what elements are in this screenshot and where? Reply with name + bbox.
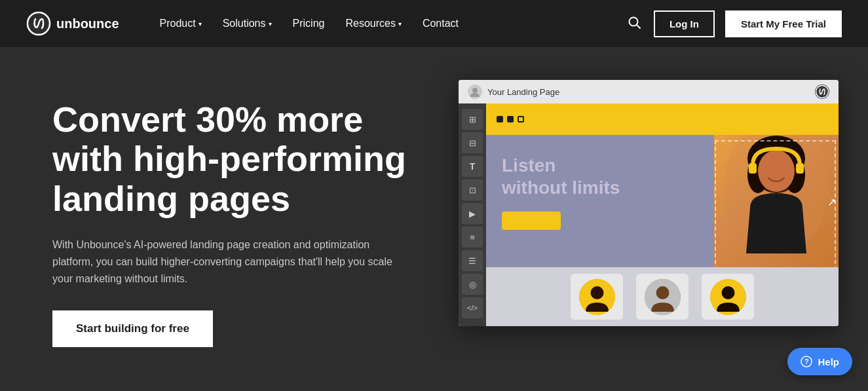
editor-topbar: Your Landing Page: [459, 80, 839, 103]
editor-avatar: [468, 84, 482, 99]
sidebar-tool-section[interactable]: ≡: [462, 227, 483, 248]
editor-preview: Your Landing Page ⊞ ⊟ T ⊡ ▶ ≡: [459, 80, 839, 326]
sidebar-tool-media[interactable]: ◎: [462, 274, 483, 295]
nav-item-pricing[interactable]: Pricing: [284, 12, 334, 35]
free-trial-button[interactable]: Start My Free Trial: [725, 10, 842, 37]
resize-handle-icon: ↗: [827, 196, 836, 208]
thumb-circle-1: [579, 279, 615, 315]
sidebar-tool-text[interactable]: T: [462, 156, 483, 177]
dot-3: [518, 116, 524, 122]
canvas-header-bar: [486, 103, 839, 135]
svg-point-18: [656, 286, 669, 299]
svg-point-4: [472, 88, 478, 93]
header-dots: [497, 116, 524, 122]
hero-section: Convert 30% more with high-performing la…: [0, 47, 868, 391]
nav-item-product[interactable]: Product ▾: [151, 12, 211, 35]
thumbnail-1: [571, 274, 623, 320]
chevron-down-icon: ▾: [269, 20, 272, 28]
start-building-button[interactable]: Start building for free: [52, 310, 213, 347]
thumb-1-person: [579, 279, 615, 315]
editor-sidebar: ⊞ ⊟ T ⊡ ▶ ≡ ☰ ◎ </>: [459, 103, 486, 326]
hero-image: [714, 135, 839, 267]
help-button[interactable]: ? Help: [787, 348, 852, 375]
nav-item-contact[interactable]: Contact: [413, 12, 468, 35]
brand-name: unbounce: [56, 16, 119, 31]
help-icon: ?: [801, 356, 812, 367]
thumbnail-2: [636, 274, 689, 320]
nav-actions: Log In Start My Free Trial: [625, 10, 842, 37]
svg-point-16: [590, 286, 603, 299]
svg-point-20: [721, 286, 734, 299]
svg-point-12: [758, 150, 795, 192]
woman-silhouette-svg: [717, 135, 835, 267]
editor-body: ⊞ ⊟ T ⊡ ▶ ≡ ☰ ◎ </>: [459, 103, 839, 326]
thumbnail-3: [702, 274, 754, 320]
search-button[interactable]: [625, 13, 643, 35]
navbar: unbounce Product ▾ Solutions ▾ Pricing R…: [0, 0, 868, 47]
sidebar-tool-rows[interactable]: ☰: [462, 250, 483, 271]
dot-2: [507, 116, 514, 122]
sidebar-tool-image[interactable]: ⊡: [462, 179, 483, 200]
svg-text:?: ?: [804, 358, 809, 365]
svg-rect-14: [796, 163, 804, 174]
sidebar-tool-code[interactable]: </>: [462, 297, 483, 318]
thumb-circle-2: [645, 279, 681, 315]
sidebar-tool-layout[interactable]: ⊞: [462, 109, 483, 130]
nav-item-resources[interactable]: Resources ▾: [336, 12, 410, 35]
dot-1: [497, 116, 503, 122]
svg-rect-13: [749, 163, 757, 174]
sidebar-tool-qr[interactable]: ⊟: [462, 132, 483, 153]
sidebar-tool-video[interactable]: ▶: [462, 203, 483, 224]
chevron-down-icon: ▾: [398, 20, 402, 28]
login-button[interactable]: Log In: [654, 10, 715, 37]
editor-unbounce-logo: [815, 84, 829, 99]
hero-subtext: With Unbounce's AI-powered landing page …: [52, 236, 393, 287]
canvas-main-area: Listen without limits: [486, 135, 839, 267]
editor-window: Your Landing Page ⊞ ⊟ T ⊡ ▶ ≡: [459, 80, 839, 326]
svg-line-3: [637, 25, 640, 28]
unbounce-logo-icon: [26, 11, 51, 36]
hero-heading: Convert 30% more with high-performing la…: [52, 100, 419, 218]
nav-item-solutions[interactable]: Solutions ▾: [214, 12, 281, 35]
thumb-2-person: [645, 279, 681, 315]
editor-canvas: Listen without limits: [486, 103, 839, 326]
search-icon: [628, 16, 641, 29]
chevron-down-icon: ▾: [198, 20, 202, 28]
thumb-circle-3: [710, 279, 746, 315]
canvas-thumbnails: [486, 267, 839, 326]
thumb-3-person: [710, 279, 746, 315]
hero-text: Convert 30% more with high-performing la…: [52, 86, 419, 347]
editor-page-title: Your Landing Page: [487, 87, 559, 97]
logo[interactable]: unbounce: [26, 11, 119, 36]
nav-links: Product ▾ Solutions ▾ Pricing Resources …: [151, 12, 604, 35]
canvas-cta-button[interactable]: [502, 212, 561, 230]
